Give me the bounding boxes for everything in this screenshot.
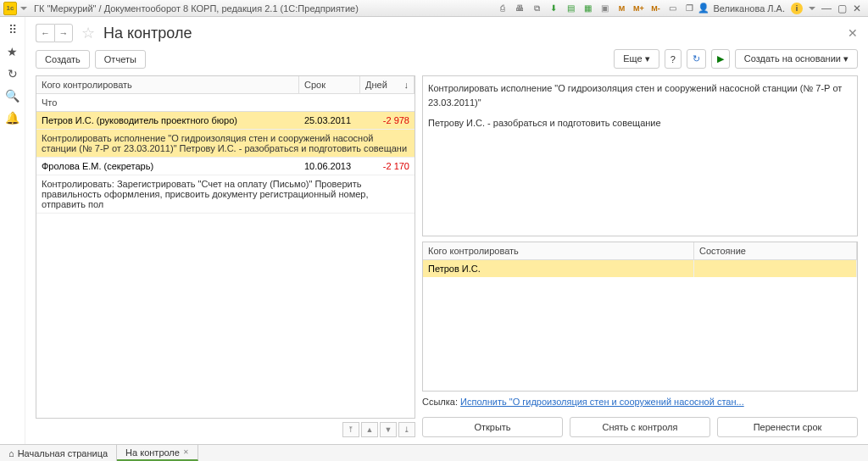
more-label: Еще [623, 53, 642, 64]
cell-who: Петров И.С. (руководитель проектного бюр… [36, 112, 299, 129]
toolbar-icon-info[interactable]: i [790, 2, 804, 15]
cell-due: 25.03.2011 [299, 112, 360, 129]
help-button[interactable]: ? [665, 49, 682, 69]
right-pane: Контролировать исполнение "О гидроизоляц… [422, 75, 858, 437]
app-menu-dropdown-icon[interactable] [20, 7, 27, 10]
detail-link[interactable]: Исполнить "О гидроизоляция стен и сооруж… [460, 397, 744, 407]
nav-forward-button[interactable]: → [54, 24, 73, 42]
link-row: Ссылка: Исполнить "О гидроизоляция стен … [422, 392, 858, 412]
page-toolbar: Создать Отчеты Еще ▾ ? ↻ ▶ Создать на ос… [36, 49, 858, 69]
toolbar-icon-printer[interactable]: 🖶 [513, 2, 526, 15]
move-up-button[interactable]: ▲ [361, 422, 378, 437]
main-area: ← → ☆ На контроле ✕ Создать Отчеты Еще ▾… [25, 17, 868, 444]
cell-days: -2 978 [360, 112, 415, 129]
page-header: ← → ☆ На контроле ✕ [36, 24, 858, 42]
link-label: Ссылка: [422, 397, 458, 407]
sg-col-state[interactable]: Состояние [694, 242, 857, 259]
col-what[interactable]: Что [36, 94, 415, 112]
row-order-buttons: ⤒ ▲ ▼ ⤓ [36, 422, 415, 437]
tab-close-icon[interactable]: ✕ [183, 448, 189, 456]
control-grid[interactable]: Кого контролировать Срок Дней↓ Что Петро… [36, 75, 415, 419]
tab-home[interactable]: ⌂ Начальная страница [0, 445, 117, 461]
system-titlebar: 1c ГК "Меркурий" / Документооборот 8 КОР… [0, 0, 868, 17]
favorite-star-icon[interactable]: ☆ [81, 24, 95, 42]
col-days[interactable]: Дней↓ [360, 76, 415, 93]
cell-due: 10.06.2013 [299, 158, 360, 175]
move-date-button[interactable]: Перенести срок [717, 417, 858, 437]
description-box: Контролировать исполнение "О гидроизоляц… [422, 75, 858, 236]
table-row[interactable]: Фролова Е.М. (секретарь) 10.06.2013 -2 1… [36, 158, 415, 214]
toolbar-icon-book[interactable]: ▭ [665, 2, 679, 15]
toolbar-icon-save[interactable]: ⬇ [547, 2, 560, 15]
sg-header: Кого контролировать Состояние [423, 242, 857, 260]
content: Кого контролировать Срок Дней↓ Что Петро… [36, 75, 858, 437]
toolbar-icon-calendar[interactable]: ▦ [581, 2, 594, 15]
create-based-button[interactable]: Создать на основании ▾ [735, 49, 858, 69]
reports-button[interactable]: Отчеты [95, 50, 146, 69]
sort-desc-icon: ↓ [404, 80, 409, 90]
cell-who: Фролова Е.М. (секретарь) [36, 158, 299, 175]
desc-line2: Петрову И.С. - разобраться и подготовить… [428, 116, 852, 131]
action-buttons: Открыть Снять с контроля Перенести срок [422, 417, 858, 437]
page-close-icon[interactable]: ✕ [848, 26, 858, 40]
left-pane: Кого контролировать Срок Дней↓ Что Петро… [36, 75, 415, 437]
user-name[interactable]: Великанова Л.А. [713, 3, 785, 14]
tab-current-label: На контроле [125, 447, 180, 458]
nav-back-button[interactable]: ← [36, 24, 54, 42]
tab-home-label: Начальная страница [18, 448, 108, 458]
move-top-button[interactable]: ⤒ [342, 422, 359, 437]
desc-line1: Контролировать исполнение "О гидроизоляц… [428, 81, 852, 109]
info-dropdown-icon[interactable] [809, 7, 815, 10]
col-days-label: Дней [365, 80, 387, 90]
sg-row[interactable]: Петров И.С. [423, 260, 857, 277]
sg-cell-who: Петров И.С. [423, 260, 694, 277]
refresh-button[interactable]: ↻ [687, 49, 706, 69]
search-icon[interactable]: 🔍 [7, 90, 19, 102]
open-button[interactable]: Открыть [422, 417, 563, 437]
window-maximize[interactable]: ▢ [834, 3, 849, 14]
history-icon[interactable]: ↻ [7, 68, 19, 80]
toolbar-m[interactable]: M [615, 2, 628, 15]
col-who[interactable]: Кого контролировать [36, 76, 299, 93]
controllers-grid[interactable]: Кого контролировать Состояние Петров И.С… [422, 242, 858, 392]
user-icon: 👤 [698, 3, 709, 14]
cell-detail: Контролировать: Зарегистрировать "Счет н… [36, 175, 415, 213]
cell-detail: Контролировать исполнение "О гидроизоляц… [36, 129, 415, 157]
toolbar-icon-print[interactable]: ⎙ [496, 2, 509, 15]
toolbar-icon-calc[interactable]: ▤ [564, 2, 577, 15]
window-minimize[interactable]: — [819, 3, 834, 14]
toolbar-mplus[interactable]: M+ [632, 2, 645, 15]
cell-days: -2 170 [360, 158, 415, 175]
bottom-tab-bar: ⌂ Начальная страница На контроле ✕ [0, 444, 868, 461]
toolbar-icon-windows[interactable]: ❐ [682, 2, 696, 15]
page-title: На контроле [103, 25, 192, 42]
toolbar-mminus[interactable]: M- [648, 2, 662, 15]
apps-icon[interactable]: ⠿ [7, 24, 19, 36]
sg-col-who[interactable]: Кого контролировать [423, 242, 694, 259]
grid-header: Кого контролировать Срок Дней↓ [36, 76, 415, 94]
tab-current[interactable]: На контроле ✕ [117, 445, 198, 461]
toolbar-icon-nav[interactable]: ▣ [598, 2, 611, 15]
notifications-icon[interactable]: 🔔 [7, 112, 19, 124]
move-down-button[interactable]: ▼ [380, 422, 397, 437]
window-close[interactable]: ✕ [849, 3, 865, 14]
table-row[interactable]: Петров И.С. (руководитель проектного бюр… [36, 112, 415, 158]
sg-cell-state [694, 260, 857, 277]
favorites-icon[interactable]: ★ [7, 46, 19, 58]
remove-control-button[interactable]: Снять с контроля [570, 417, 710, 437]
app-logo-1c[interactable]: 1c [3, 2, 17, 15]
create-based-label: Создать на основании [744, 53, 841, 64]
more-button[interactable]: Еще ▾ [614, 49, 659, 69]
execute-button[interactable]: ▶ [711, 49, 730, 69]
create-button[interactable]: Создать [36, 50, 90, 69]
home-icon: ⌂ [8, 448, 14, 458]
toolbar-icon-compare[interactable]: ⧉ [530, 2, 543, 15]
left-nav-bar: ⠿ ★ ↻ 🔍 🔔 [0, 17, 25, 444]
move-bottom-button[interactable]: ⤓ [398, 422, 415, 437]
col-due[interactable]: Срок [299, 76, 360, 93]
window-title: ГК "Меркурий" / Документооборот 8 КОРП, … [34, 3, 359, 14]
